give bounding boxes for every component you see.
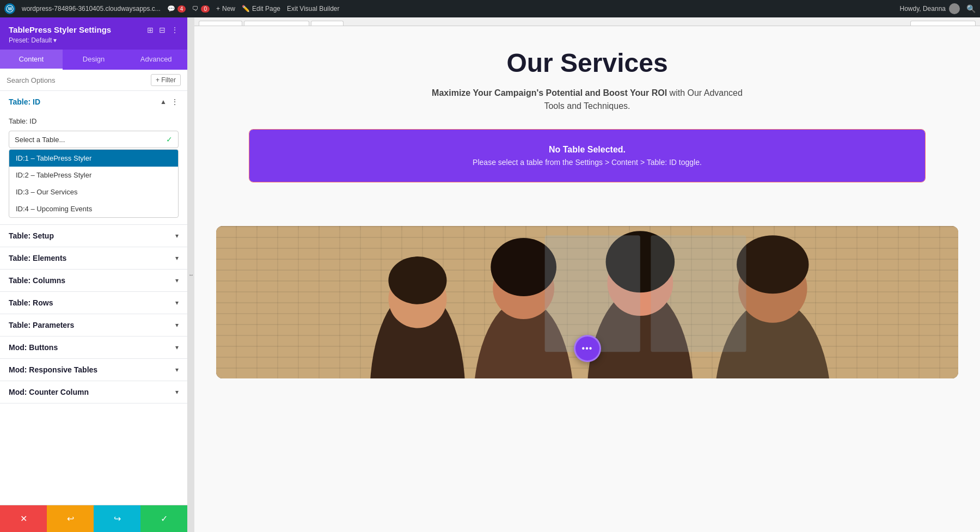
- dots-menu-icon[interactable]: ⋮: [171, 26, 179, 34]
- sidebar-title: TablePress Styler Settings: [9, 25, 111, 34]
- tab-content-label: Content: [19, 55, 44, 63]
- dropdown-trigger[interactable]: Select a Table... ✓: [9, 131, 179, 148]
- undo-button[interactable]: ↩: [47, 505, 94, 532]
- section-table-parameters: Table: Parameters ▾: [0, 314, 187, 337]
- section-table-id-header[interactable]: Table: ID ▲ ⋮: [0, 91, 187, 113]
- comment-icon: 💬: [167, 5, 175, 13]
- bubble-icon: 🗨: [192, 5, 199, 13]
- tab-advanced-label: Advanced: [140, 55, 172, 63]
- page-title-area: Our Services Maximize Your Campaign's Po…: [227, 48, 947, 113]
- expand-icon-columns[interactable]: ▾: [175, 277, 179, 284]
- wp-logo-icon[interactable]: W: [4, 3, 15, 14]
- undo-icon: ↩: [67, 513, 74, 524]
- wp-admin-bar: W wordpress-784896-3610405.cloudwaysapps…: [0, 0, 980, 17]
- option-4-label: ID:4 – Upcoming Events: [16, 205, 92, 213]
- svg-text:W: W: [8, 6, 13, 11]
- expand-icon-params[interactable]: ▾: [175, 321, 179, 329]
- section-table-elements-title: Table: Elements: [9, 254, 66, 262]
- tab-content[interactable]: Content: [0, 50, 63, 70]
- collapse-icon[interactable]: ▲: [160, 98, 167, 106]
- site-name-bar[interactable]: wordpress-784896-3610405.cloudwaysapps.c…: [22, 5, 161, 13]
- section-mod-counter-title: Mod: Counter Column: [9, 388, 89, 396]
- cancel-button[interactable]: ✕: [0, 505, 47, 532]
- plus-icon: +: [216, 5, 220, 13]
- tab-advanced[interactable]: Advanced: [125, 50, 187, 70]
- section-mod-counter: Mod: Counter Column ▾: [0, 381, 187, 403]
- bubble-bar[interactable]: 🗨 0: [192, 5, 210, 13]
- cancel-icon: ✕: [20, 513, 27, 524]
- page-tab-1[interactable]: [199, 21, 242, 26]
- section-table-columns-title: Table: Columns: [9, 276, 65, 285]
- tab-design[interactable]: Design: [63, 50, 125, 70]
- sidebar-bottom-buttons: ✕ ↩ ↪ ✓: [0, 505, 187, 532]
- section-mod-buttons-header[interactable]: Mod: Buttons ▾: [0, 337, 187, 358]
- sidebar-header: TablePress Styler Settings ⊞ ⊟ ⋮ Preset:…: [0, 17, 187, 50]
- filter-label: + Filter: [156, 76, 176, 84]
- section-table-rows: Table: Rows ▾: [0, 292, 187, 314]
- save-button[interactable]: ✓: [140, 505, 187, 532]
- section-table-parameters-header[interactable]: Table: Parameters ▾: [0, 314, 187, 336]
- page-content-section: Our Services Maximize Your Campaign's Po…: [194, 26, 980, 204]
- edit-page-label: Edit Page: [252, 5, 280, 13]
- section-table-setup: Table: Setup ▾: [0, 225, 187, 247]
- section-mod-responsive-header[interactable]: Mod: Responsive Tables ▾: [0, 359, 187, 381]
- copy-icon[interactable]: ⊞: [147, 26, 154, 34]
- search-input[interactable]: [7, 76, 146, 84]
- expand-icon-elements[interactable]: ▾: [175, 254, 179, 262]
- dropdown-list: ID:1 – TablePress Styler ID:2 – TablePre…: [9, 149, 179, 218]
- save-icon: ✓: [161, 513, 168, 524]
- dropdown-option-2[interactable]: ID:2 – TablePress Styler: [9, 167, 178, 184]
- section-table-id-body: Table: ID Select a Table... ✓ ID:1 – Tab…: [0, 113, 187, 224]
- section-table-setup-title: Table: Setup: [9, 231, 54, 240]
- page-tab-3[interactable]: [311, 21, 344, 26]
- new-button-bar[interactable]: + New: [216, 5, 235, 13]
- resize-handle[interactable]: [188, 17, 194, 532]
- expand-icon-mod-buttons[interactable]: ▾: [175, 344, 179, 351]
- exit-builder-label: Exit Visual Builder: [287, 5, 340, 13]
- columns-icon[interactable]: ⊟: [159, 26, 166, 34]
- search-icon[interactable]: 🔍: [966, 4, 976, 13]
- section-mod-counter-header[interactable]: Mod: Counter Column ▾: [0, 381, 187, 403]
- preset-selector[interactable]: Preset: Default ▾: [9, 36, 179, 44]
- fab-dots-icon: •••: [582, 344, 593, 353]
- section-table-columns-header[interactable]: Table: Columns ▾: [0, 270, 187, 291]
- user-avatar: [949, 3, 960, 14]
- section-mod-buttons-title: Mod: Buttons: [9, 343, 58, 352]
- bubble-count: 0: [201, 5, 210, 13]
- page-tab-2[interactable]: [244, 21, 309, 26]
- main-content-area: Our Services Maximize Your Campaign's Po…: [194, 17, 980, 532]
- preset-label: Preset: Default: [9, 36, 52, 44]
- section-mod-responsive-title: Mod: Responsive Tables: [9, 365, 97, 374]
- edit-page-bar[interactable]: ✏️ Edit Page: [242, 5, 280, 13]
- edit-icon: ✏️: [242, 5, 250, 13]
- section-table-rows-header[interactable]: Table: Rows ▾: [0, 292, 187, 314]
- page-tab-right[interactable]: [910, 21, 976, 26]
- no-table-title: No Table Selected.: [265, 145, 910, 155]
- filter-button[interactable]: + Filter: [151, 74, 181, 86]
- page-title: Our Services: [227, 48, 947, 78]
- table-id-sub-label: Table: ID: [9, 117, 179, 125]
- comments-icon-bar[interactable]: 💬 4: [167, 5, 186, 13]
- svg-rect-15: [545, 235, 640, 352]
- floating-action-button[interactable]: •••: [574, 335, 601, 362]
- dropdown-option-4[interactable]: ID:4 – Upcoming Events: [9, 200, 178, 217]
- section-table-elements-header[interactable]: Table: Elements ▾: [0, 247, 187, 269]
- table-container-box: No Table Selected. Please select a table…: [249, 129, 926, 182]
- section-mod-buttons: Mod: Buttons ▾: [0, 337, 187, 359]
- dropdown-placeholder: Select a Table...: [15, 136, 65, 144]
- expand-icon-responsive[interactable]: ▾: [175, 366, 179, 374]
- dropdown-option-3[interactable]: ID:3 – Our Services: [9, 184, 178, 200]
- section-table-setup-header[interactable]: Table: Setup ▾: [0, 225, 187, 247]
- search-bar: + Filter: [0, 70, 187, 91]
- expand-icon[interactable]: ▾: [175, 232, 179, 240]
- expand-icon-rows[interactable]: ▾: [175, 299, 179, 307]
- redo-button[interactable]: ↪: [94, 505, 140, 532]
- expand-icon-counter[interactable]: ▾: [175, 388, 179, 396]
- sidebar-content: Table: ID ▲ ⋮ Table: ID Select a Table..…: [0, 91, 187, 505]
- user-menu[interactable]: Howdy, Deanna: [900, 3, 960, 14]
- no-table-banner: No Table Selected. Please select a table…: [249, 130, 925, 182]
- image-placeholder: •••: [216, 226, 958, 378]
- exit-builder-bar[interactable]: Exit Visual Builder: [287, 5, 340, 13]
- section-menu-icon[interactable]: ⋮: [171, 97, 179, 106]
- dropdown-option-1[interactable]: ID:1 – TablePress Styler: [9, 150, 178, 167]
